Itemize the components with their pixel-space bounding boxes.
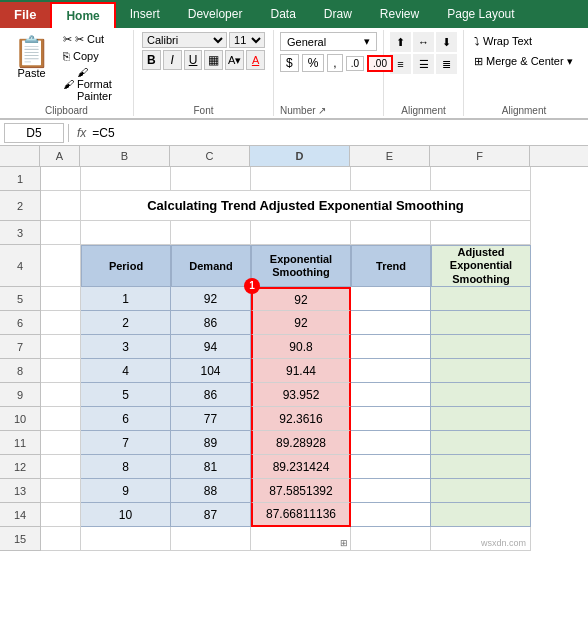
cell-d9[interactable]: 93.952 [251, 383, 351, 407]
cell-f4-adj-exp[interactable]: Adjusted Exponential Smoothing [431, 245, 531, 287]
font-size-select[interactable]: 11 [229, 32, 265, 48]
cell-e4-trend[interactable]: Trend [351, 245, 431, 287]
cell-f8[interactable] [431, 359, 531, 383]
cell-a9[interactable] [41, 383, 81, 407]
cell-d15[interactable]: ⊞ [251, 527, 351, 551]
cell-e8[interactable] [351, 359, 431, 383]
cell-e14[interactable] [351, 503, 431, 527]
font-color-button[interactable]: A [246, 50, 265, 70]
cell-f5[interactable] [431, 287, 531, 311]
cell-b9[interactable]: 5 [81, 383, 171, 407]
cell-e11[interactable] [351, 431, 431, 455]
cell-f6[interactable] [431, 311, 531, 335]
align-top-button[interactable]: ⬆ [390, 32, 411, 52]
cell-c14[interactable]: 87 [171, 503, 251, 527]
cell-d5[interactable]: 92 [251, 287, 351, 311]
cell-f1[interactable] [431, 167, 531, 191]
col-header-f[interactable]: F [430, 146, 530, 166]
cell-c13[interactable]: 88 [171, 479, 251, 503]
col-header-b[interactable]: B [80, 146, 170, 166]
cell-a11[interactable] [41, 431, 81, 455]
wrap-text-button[interactable]: ⤵ Wrap Text [470, 32, 578, 50]
cell-d8[interactable]: 91.44 [251, 359, 351, 383]
font-name-select[interactable]: Calibri [142, 32, 227, 48]
row-header-6[interactable]: 6 [0, 311, 40, 335]
align-right-button[interactable]: ≣ [436, 54, 457, 74]
cell-f13[interactable] [431, 479, 531, 503]
row-header-7[interactable]: 7 [0, 335, 40, 359]
row-header-10[interactable]: 10 [0, 407, 40, 431]
cell-b14[interactable]: 10 [81, 503, 171, 527]
cell-b5[interactable]: 1 [81, 287, 171, 311]
cell-c6[interactable]: 86 [171, 311, 251, 335]
row-header-15[interactable]: 15 [0, 527, 40, 551]
cell-a7[interactable] [41, 335, 81, 359]
bold-button[interactable]: B [142, 50, 161, 70]
decrease-decimal-button[interactable]: .0 [346, 56, 364, 71]
cell-f7[interactable] [431, 335, 531, 359]
cell-a5[interactable] [41, 287, 81, 311]
currency-button[interactable]: $ [280, 54, 299, 72]
cell-d12[interactable]: 89.231424 [251, 455, 351, 479]
cut-button[interactable]: ✂ ✂ Cut [61, 32, 127, 47]
cell-e13[interactable] [351, 479, 431, 503]
cell-b1[interactable] [81, 167, 171, 191]
cell-e9[interactable] [351, 383, 431, 407]
align-left-button[interactable]: ≡ [390, 54, 411, 74]
percent-button[interactable]: % [302, 54, 325, 72]
cell-b10[interactable]: 6 [81, 407, 171, 431]
cell-a10[interactable] [41, 407, 81, 431]
col-header-e[interactable]: E [350, 146, 430, 166]
cell-c11[interactable]: 89 [171, 431, 251, 455]
col-header-c[interactable]: C [170, 146, 250, 166]
cell-f12[interactable] [431, 455, 531, 479]
cell-merged-title[interactable]: Calculating Trend Adjusted Exponential S… [81, 191, 531, 221]
cell-a4[interactable] [41, 245, 81, 287]
row-header-2[interactable]: 2 [0, 191, 40, 221]
cell-e6[interactable] [351, 311, 431, 335]
cell-a1[interactable] [41, 167, 81, 191]
align-middle-button[interactable]: ↔ [413, 32, 434, 52]
cell-b11[interactable]: 7 [81, 431, 171, 455]
cell-b6[interactable]: 2 [81, 311, 171, 335]
cell-d4-exp-smoothing[interactable]: Exponential Smoothing 1 [251, 245, 351, 287]
cell-a2[interactable] [41, 191, 81, 221]
align-center-button[interactable]: ☰ [413, 54, 434, 74]
cell-e10[interactable] [351, 407, 431, 431]
cell-a6[interactable] [41, 311, 81, 335]
underline-button[interactable]: U [184, 50, 203, 70]
paste-button[interactable]: 📋 Paste [6, 32, 57, 103]
number-group-expand-icon[interactable]: ↗ [318, 105, 326, 116]
tab-data[interactable]: Data [256, 2, 309, 28]
align-bottom-button[interactable]: ⬇ [436, 32, 457, 52]
row-header-8[interactable]: 8 [0, 359, 40, 383]
tab-page-layout[interactable]: Page Layout [433, 2, 528, 28]
cell-b13[interactable]: 9 [81, 479, 171, 503]
fill-color-button[interactable]: A▾ [225, 50, 244, 70]
cell-d6[interactable]: 92 [251, 311, 351, 335]
row-header-3[interactable]: 3 [0, 221, 40, 245]
cell-e12[interactable] [351, 455, 431, 479]
row-header-1[interactable]: 1 [0, 167, 40, 191]
cell-a15[interactable] [41, 527, 81, 551]
cell-b4-period[interactable]: Period [81, 245, 171, 287]
cell-f15[interactable]: wsxdn.com [431, 527, 531, 551]
cell-e5[interactable] [351, 287, 431, 311]
cell-c3[interactable] [171, 221, 251, 245]
row-header-9[interactable]: 9 [0, 383, 40, 407]
tab-file[interactable]: File [0, 2, 50, 28]
cell-c1[interactable] [171, 167, 251, 191]
cell-c10[interactable]: 77 [171, 407, 251, 431]
copy-button[interactable]: ⎘ Copy [61, 49, 127, 63]
cell-d13[interactable]: 87.5851392 [251, 479, 351, 503]
tab-draw[interactable]: Draw [310, 2, 366, 28]
formula-input[interactable] [90, 124, 584, 142]
cell-c7[interactable]: 94 [171, 335, 251, 359]
cell-e7[interactable] [351, 335, 431, 359]
row-header-5[interactable]: 5 [0, 287, 40, 311]
tab-developer[interactable]: Developer [174, 2, 257, 28]
row-header-11[interactable]: 11 [0, 431, 40, 455]
tab-review[interactable]: Review [366, 2, 433, 28]
border-button[interactable]: ▦ [204, 50, 223, 70]
increase-decimal-button[interactable]: .00 [367, 55, 393, 72]
